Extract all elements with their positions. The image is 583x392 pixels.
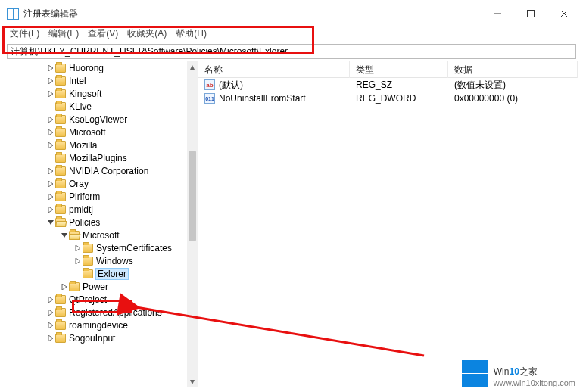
tree-item[interactable]: Windows [5, 254, 189, 267]
tree-item[interactable]: SystemCertificates [5, 241, 189, 254]
tree-item[interactable]: Oray [5, 177, 189, 190]
value-row[interactable]: 011NoUninstallFromStartREG_DWORD0x000000… [198, 92, 578, 105]
scroll-up-button[interactable]: ▴ [187, 61, 198, 72]
tree-item-label: MozillaPlugins [69, 153, 127, 163]
chevron-right-icon[interactable] [46, 89, 55, 98]
chevron-right-icon[interactable] [46, 141, 55, 150]
folder-icon [55, 154, 66, 163]
menu-edit[interactable]: 编辑(E) [44, 26, 83, 42]
chevron-right-icon[interactable] [73, 257, 83, 266]
menu-favorites[interactable]: 收藏夹(A) [123, 26, 171, 42]
value-type: REG_DWORD [350, 93, 448, 104]
folder-icon [69, 231, 80, 240]
tree-item[interactable]: Kingsoft [5, 87, 189, 100]
watermark: Win10之家 www.win10xitong.com [462, 360, 575, 387]
scroll-down-button[interactable]: ▾ [187, 376, 198, 387]
title-bar[interactable]: 注册表编辑器 [2, 2, 581, 25]
tree-pane: HuorongIntelKingsoftKLiveKsoLogViewerMic… [5, 61, 198, 387]
tree-item[interactable]: Exlorer [5, 267, 189, 280]
tree-item[interactable]: roamingdevice [5, 319, 189, 331]
watermark-url: www.win10xitong.com [494, 378, 575, 387]
tree-item[interactable]: Intel [5, 74, 189, 87]
chevron-right-icon[interactable] [46, 179, 55, 188]
chevron-right-icon[interactable] [46, 128, 55, 137]
tree-item[interactable]: Huorong [5, 61, 189, 74]
folder-icon [55, 295, 66, 304]
value-row[interactable]: ab(默认)REG_SZ(数值未设置) [198, 78, 578, 92]
chevron-right-icon[interactable] [73, 244, 83, 253]
chevron-right-icon[interactable] [46, 166, 55, 176]
menu-bar: 文件(F) 编辑(E) 查看(V) 收藏夹(A) 帮助(H) [2, 25, 581, 42]
windows-logo-icon [462, 360, 489, 387]
window-title: 注册表编辑器 [23, 8, 78, 20]
chevron-right-icon[interactable] [46, 321, 55, 330]
tree-item[interactable]: Mozilla [5, 138, 189, 151]
chevron-down-icon[interactable] [46, 218, 55, 227]
folder-icon [55, 334, 66, 343]
tree-item[interactable]: KLive [5, 100, 189, 113]
menu-view[interactable]: 查看(V) [83, 26, 123, 42]
tree-item-label: roamingdevice [69, 320, 128, 331]
tree-item-label: KLive [69, 101, 92, 112]
registry-tree[interactable]: HuorongIntelKingsoftKLiveKsoLogViewerMic… [5, 61, 189, 387]
folder-icon [55, 128, 66, 137]
tree-item[interactable]: NVIDIA Corporation [5, 164, 189, 177]
chevron-right-icon[interactable] [46, 295, 55, 304]
tree-item[interactable]: RegisteredApplications [5, 306, 189, 319]
chevron-down-icon[interactable] [60, 231, 69, 240]
tree-item[interactable]: Microsoft [5, 229, 189, 241]
folder-icon [55, 308, 66, 317]
value-data: (数值未设置) [448, 79, 578, 92]
address-bar[interactable]: 计算机\HKEY_CURRENT_USER\Software\Policies\… [7, 44, 576, 59]
tree-item-label: Microsoft [83, 230, 120, 241]
tree-item-label: Mozilla [69, 140, 97, 151]
chevron-right-icon[interactable] [46, 334, 55, 343]
chevron-right-icon[interactable] [46, 192, 55, 201]
chevron-right-icon[interactable] [46, 205, 55, 214]
folder-icon [55, 205, 66, 214]
svg-rect-1 [528, 11, 535, 17]
folder-icon [55, 166, 66, 176]
values-pane: 名称 类型 数据 ab(默认)REG_SZ(数值未设置)011NoUninsta… [198, 61, 578, 387]
folder-icon [83, 257, 93, 266]
chevron-right-icon[interactable] [46, 64, 55, 73]
folder-icon [55, 321, 66, 330]
menu-help[interactable]: 帮助(H) [171, 26, 211, 42]
chevron-right-icon[interactable] [46, 115, 55, 124]
app-icon [7, 8, 19, 20]
menu-file[interactable]: 文件(F) [5, 26, 44, 42]
tree-item[interactable]: pmldtj [5, 203, 189, 216]
expander-none [73, 269, 83, 278]
column-name[interactable]: 名称 [198, 61, 350, 78]
chevron-right-icon[interactable] [60, 282, 69, 291]
tree-item-label: Policies [69, 217, 100, 228]
column-type[interactable]: 类型 [350, 61, 448, 78]
tree-item[interactable]: SogouInput [5, 331, 189, 344]
tree-item[interactable]: KsoLogViewer [5, 113, 189, 126]
tree-item[interactable]: Power [5, 280, 189, 293]
list-header: 名称 类型 数据 [198, 61, 578, 78]
tree-item[interactable]: Piriform [5, 190, 189, 203]
folder-icon [55, 102, 66, 111]
tree-item[interactable]: Microsoft [5, 126, 189, 138]
chevron-right-icon[interactable] [46, 76, 55, 86]
tree-item[interactable]: QtProject [5, 293, 189, 306]
maximize-button[interactable] [514, 2, 547, 25]
tree-item[interactable]: MozillaPlugins [5, 151, 189, 164]
value-name: (默认) [219, 79, 243, 92]
scroll-thumb[interactable] [189, 151, 196, 241]
folder-icon [55, 192, 66, 201]
watermark-brand: Win10之家 [494, 360, 575, 378]
list-body[interactable]: ab(默认)REG_SZ(数值未设置)011NoUninstallFromSta… [198, 78, 578, 105]
minimize-button[interactable] [481, 2, 514, 25]
expander-none [46, 102, 55, 111]
tree-item[interactable]: Policies [5, 216, 189, 229]
close-button[interactable] [547, 2, 581, 25]
tree-item-label: QtProject [69, 294, 107, 305]
tree-item-label: Intel [69, 76, 86, 86]
value-type: REG_SZ [350, 79, 448, 90]
chevron-right-icon[interactable] [46, 308, 55, 317]
folder-icon [55, 64, 66, 73]
column-data[interactable]: 数据 [448, 61, 578, 78]
tree-scrollbar[interactable]: ▴ ▾ [187, 61, 198, 387]
